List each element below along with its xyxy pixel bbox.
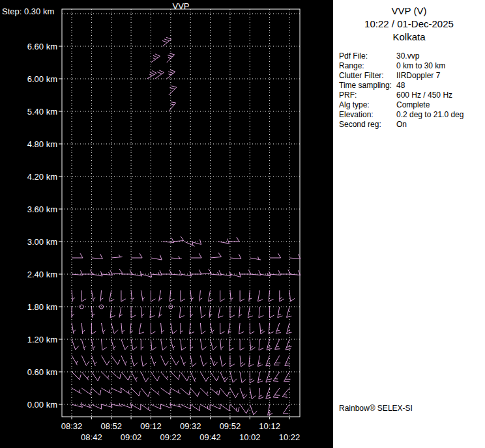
field-value: IIRDoppler 7 xyxy=(396,71,440,81)
x-axis-label: 10:22 xyxy=(279,432,301,442)
wind-barb xyxy=(139,323,144,334)
wind-barb xyxy=(200,356,207,366)
wind-barb xyxy=(211,372,219,381)
wind-barb xyxy=(270,253,281,258)
wind-barb xyxy=(250,404,257,415)
wind-barb xyxy=(282,388,289,397)
wind-barb xyxy=(141,272,151,277)
wind-barb xyxy=(190,270,201,274)
wind-barb xyxy=(131,404,141,410)
wind-barb xyxy=(259,388,263,399)
app-window: 6.60 km6.00 km5.40 km4.80 km4.20 km3.60 … xyxy=(0,0,485,448)
wind-barb xyxy=(190,388,199,397)
wind-barb xyxy=(275,339,280,349)
wind-barb xyxy=(220,356,226,367)
wind-barb xyxy=(211,339,217,350)
wind-barb xyxy=(249,356,254,367)
wind-barb xyxy=(121,339,128,350)
wind-barb xyxy=(278,307,283,318)
wind-barb xyxy=(250,323,254,334)
wind-barb xyxy=(72,270,83,275)
field-label: Range: xyxy=(339,61,396,71)
wind-barb xyxy=(159,290,162,301)
wind-barb xyxy=(287,307,292,317)
wind-barb xyxy=(200,307,205,318)
wind-barb xyxy=(266,372,272,382)
wind-barb xyxy=(111,387,121,393)
y-axis-label: 2.40 km xyxy=(27,270,57,279)
wind-barb xyxy=(266,388,271,399)
wind-barb xyxy=(169,290,174,301)
wind-barb xyxy=(280,270,291,274)
wind-barb xyxy=(239,323,244,334)
wind-barb xyxy=(239,307,242,318)
x-axis-label: 09:22 xyxy=(160,432,182,442)
wind-barb xyxy=(102,323,106,334)
wind-barb xyxy=(230,356,235,367)
wind-barb xyxy=(111,339,116,350)
wind-barb xyxy=(240,270,251,274)
wind-barb xyxy=(249,290,252,301)
wind-barb xyxy=(200,323,205,334)
wind-barb xyxy=(220,388,229,397)
wind-barb xyxy=(181,388,190,395)
wind-barb xyxy=(81,356,89,365)
wind-barb xyxy=(230,254,241,259)
brand-label: Rainbow® SELEX-SI xyxy=(339,404,413,413)
panel-site: Kolkata xyxy=(333,31,485,42)
wind-barb xyxy=(121,388,130,395)
wind-barb xyxy=(72,372,81,380)
wind-barb xyxy=(250,388,256,399)
wind-barb xyxy=(211,388,220,395)
wind-barb xyxy=(91,307,95,318)
wind-barb xyxy=(162,37,171,46)
wind-barb xyxy=(190,404,200,411)
wind-barb xyxy=(285,356,290,365)
wind-barb xyxy=(102,356,110,365)
wind-barb xyxy=(141,404,150,411)
wind-barb xyxy=(220,404,230,411)
wind-barb xyxy=(268,404,273,415)
wind-barb xyxy=(230,388,239,398)
wind-barb xyxy=(218,239,229,244)
wind-barb xyxy=(111,323,118,333)
wind-barb xyxy=(91,290,95,301)
wind-barb xyxy=(171,388,181,394)
wind-barb xyxy=(131,372,137,382)
field-value: 30.vvp xyxy=(396,51,419,61)
wind-barb xyxy=(229,339,233,350)
wind-barb xyxy=(147,71,156,79)
wind-barb xyxy=(220,272,231,277)
wind-barb xyxy=(200,372,209,382)
wind-barb xyxy=(181,272,192,277)
wind-barb xyxy=(81,388,91,395)
wind-barb xyxy=(91,272,102,277)
wind-barb xyxy=(141,307,144,318)
wind-barb xyxy=(259,307,263,318)
wind-barb xyxy=(121,372,130,380)
wind-barb xyxy=(171,356,179,365)
x-axis-label: 09:42 xyxy=(199,432,221,442)
wind-barb xyxy=(228,237,239,242)
wind-barb xyxy=(131,290,134,301)
wind-barb xyxy=(190,356,196,367)
wind-barb xyxy=(72,388,81,394)
panel-field-row: Alg type:Complete xyxy=(339,100,485,110)
x-axis-label: 09:32 xyxy=(180,421,201,431)
wind-barb xyxy=(240,339,244,350)
wind-barb xyxy=(220,323,225,334)
field-label: Second reg: xyxy=(339,120,396,130)
wind-barb xyxy=(190,307,193,318)
wind-barb xyxy=(72,356,78,365)
wind-barb xyxy=(180,307,184,318)
wind-barb xyxy=(286,339,291,350)
wind-barb xyxy=(289,270,301,275)
wind-barb xyxy=(91,388,100,395)
wind-barb xyxy=(91,339,95,350)
x-axis-label: 08:52 xyxy=(100,421,122,431)
wind-barb xyxy=(267,339,272,350)
wind-barb xyxy=(102,270,113,275)
wind-barb xyxy=(111,269,123,274)
wind-barb xyxy=(150,307,154,318)
wind-barb xyxy=(258,356,263,367)
